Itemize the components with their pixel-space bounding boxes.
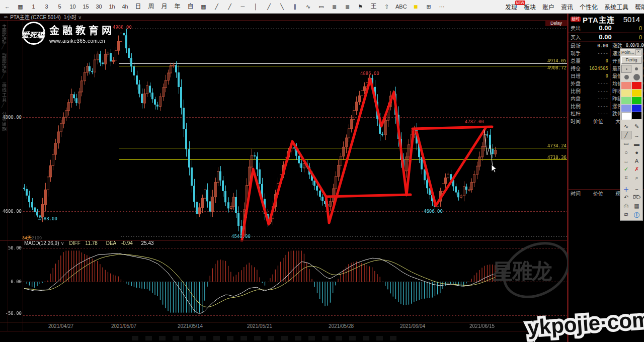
- toolbar-icon-10[interactable]: 日: [134, 0, 142, 13]
- popup-title-bar[interactable]: Poin... ✕: [620, 49, 642, 55]
- menu-item-6[interactable]: 帮助: [635, 3, 644, 11]
- candlestick-chart-canvas[interactable]: [23, 20, 567, 241]
- toolbar-icon-4[interactable]: 5: [55, 0, 64, 13]
- tool-text-icon[interactable]: A: [631, 156, 642, 165]
- pen-size-6[interactable]: [631, 65, 641, 73]
- price-tag-0: 4988.00: [113, 25, 132, 30]
- toolbar-icon-32[interactable]: ⊞: [425, 0, 433, 13]
- tool-plus-icon[interactable]: ＋: [621, 185, 631, 193]
- close-icon[interactable]: ✕: [635, 49, 641, 55]
- toolbar-icon-15[interactable]: ▦: [199, 0, 208, 13]
- macd-caret-icon[interactable]: ∨: [60, 240, 64, 246]
- menu-item-5[interactable]: 系统工具: [604, 3, 628, 11]
- toolbar-icon-25[interactable]: ≣: [330, 0, 339, 13]
- color-swatch-3-0[interactable]: [621, 105, 631, 112]
- menu-item-1[interactable]: 板块: [524, 3, 536, 11]
- tool-curve-icon[interactable]: ∿: [621, 122, 631, 131]
- toolbar-icon-20[interactable]: ╱: [265, 0, 273, 13]
- period-selector[interactable]: 1小时 ∨: [64, 13, 82, 21]
- toolbar-icon-2[interactable]: 1: [29, 0, 38, 13]
- tool-trash-icon[interactable]: ⌦: [631, 193, 642, 202]
- toolbar-icon-21[interactable]: ╲: [278, 0, 286, 13]
- toolbar-icon-29[interactable]: ⇧: [382, 0, 391, 13]
- color-swatch-3-1[interactable]: [632, 105, 642, 112]
- top-toolbar: ←▦1351015301h4h日周月年自▦╱╱─│╱╲∥∿▭≣≣⚑王⇧ABC■⊞…: [0, 0, 644, 14]
- toolbar-icon-31[interactable]: ■: [412, 0, 420, 13]
- toolbar-icon-7[interactable]: 30: [95, 0, 103, 13]
- toolbar-icon-28[interactable]: 王: [369, 0, 378, 13]
- pen-size-13[interactable]: [631, 73, 641, 81]
- menu-item-2[interactable]: 账户: [542, 3, 554, 11]
- menu-item-3[interactable]: 资讯: [561, 3, 573, 11]
- tool-rectangle-filled-icon[interactable]: ▬: [631, 139, 642, 148]
- toolbar-icon-23[interactable]: ∿: [304, 0, 312, 13]
- toolbar-icon-22[interactable]: ∥: [291, 0, 299, 13]
- tool-minus-icon[interactable]: −: [631, 185, 642, 193]
- tool-ellipse-icon[interactable]: ○: [621, 148, 631, 156]
- color-swatch-0-1[interactable]: [632, 82, 642, 89]
- toolbar-icon-12[interactable]: 月: [160, 0, 169, 13]
- macd-name: MACD(12,26,9): [24, 240, 59, 246]
- sidebar-tab-1[interactable]: 副图指标: [1, 53, 8, 73]
- aisike-site-url: www.aisike365.com.cn: [49, 38, 115, 44]
- toolbar-icon-14[interactable]: 自: [186, 0, 195, 13]
- tool-select-region-icon[interactable]: ⌗: [621, 174, 631, 182]
- toolbar-icon-18[interactable]: ─: [238, 0, 247, 13]
- tool-undo-icon[interactable]: ↶: [621, 193, 631, 202]
- toolbar-icon-3[interactable]: 3: [42, 0, 51, 13]
- toolbar-icon-27[interactable]: ⚑: [356, 0, 365, 13]
- toolbar-icon-1[interactable]: ▦: [16, 0, 25, 13]
- pen-size-3[interactable]: [621, 65, 631, 73]
- tool-check-icon[interactable]: ✓: [621, 165, 631, 174]
- toolbar-icon-16[interactable]: ╱: [212, 0, 221, 13]
- toolbar-icon-8[interactable]: 1h: [108, 0, 116, 13]
- color-swatch-2-0[interactable]: [621, 97, 631, 104]
- tool-ellipse-filled-icon[interactable]: ●: [631, 148, 642, 156]
- tool-print-icon[interactable]: ⎙: [621, 202, 631, 210]
- color-swatch-2-1[interactable]: [632, 97, 642, 104]
- toolbar-icon-6[interactable]: 15: [82, 0, 90, 13]
- mouse-cursor: [491, 164, 498, 174]
- sidebar-separator: ╱: [2, 103, 7, 108]
- tool-pencil-icon[interactable]: ✎: [631, 122, 642, 131]
- tool-rectangle-icon[interactable]: ▭: [621, 139, 631, 148]
- color-swatch-0-0[interactable]: [621, 82, 631, 89]
- toolbar-icon-17[interactable]: ╱: [225, 0, 234, 13]
- color-swatch-1-1[interactable]: [632, 90, 642, 97]
- tool-line-icon[interactable]: ╱: [621, 131, 631, 139]
- toolbar-icon-11[interactable]: 周: [147, 0, 155, 13]
- chart-frame-bottom: [0, 331, 568, 331]
- toolbar-icon-24[interactable]: ▭: [317, 0, 326, 13]
- color-swatch-4-0[interactable]: [621, 112, 631, 120]
- tool-magnifier-icon[interactable]: ⌕: [631, 174, 642, 182]
- tool-info-icon[interactable]: ⓘ: [631, 210, 642, 219]
- toolbar-icon-33[interactable]: ⋯: [438, 0, 446, 13]
- color-swatch-1-0[interactable]: [621, 90, 631, 97]
- macd-header: MACD(12,26,9)∨ DIFF 11.78 DEA -0.94 25.4…: [24, 240, 157, 246]
- date-label-3: 2021/05/21: [247, 323, 272, 329]
- price-tag-3: 4606.00: [424, 209, 443, 214]
- tick-header-cell: 时间: [571, 190, 593, 197]
- menu-item-0[interactable]: 发现NEW: [505, 3, 517, 11]
- menu-item-4[interactable]: 个性化: [580, 3, 598, 11]
- toolbar-icon-26[interactable]: ≣: [343, 0, 352, 13]
- sidebar-tab-2[interactable]: 画线工具: [1, 82, 8, 103]
- tick-header-cell: 时间: [571, 117, 593, 125]
- tool-save-icon[interactable]: ▦: [631, 202, 642, 210]
- toolbar-icon-9[interactable]: 4h: [121, 0, 129, 13]
- color-swatch-4-1[interactable]: [632, 112, 642, 119]
- tool-cross-icon[interactable]: ✗: [631, 165, 642, 174]
- toolbar-icon-13[interactable]: 年: [173, 0, 182, 13]
- toolbar-icon-5[interactable]: 10: [68, 0, 77, 13]
- done-button[interactable]: Fertig: [621, 56, 641, 64]
- toolbar-icon-30[interactable]: ABC: [395, 0, 407, 13]
- macd-chart-canvas[interactable]: [23, 245, 567, 322]
- macd-diff-value: 11.78: [86, 240, 98, 246]
- tool-double-arrow-icon[interactable]: ↔: [621, 156, 631, 165]
- toolbar-icon-19[interactable]: │: [252, 0, 260, 13]
- tool-copy-icon[interactable]: ⧉: [621, 210, 631, 219]
- sidebar-tab-0[interactable]: 主图指标: [1, 24, 8, 44]
- pen-size-9[interactable]: [621, 73, 631, 81]
- tool-arrow-icon[interactable]: →: [631, 131, 642, 139]
- toolbar-icon-0[interactable]: ←: [3, 0, 12, 13]
